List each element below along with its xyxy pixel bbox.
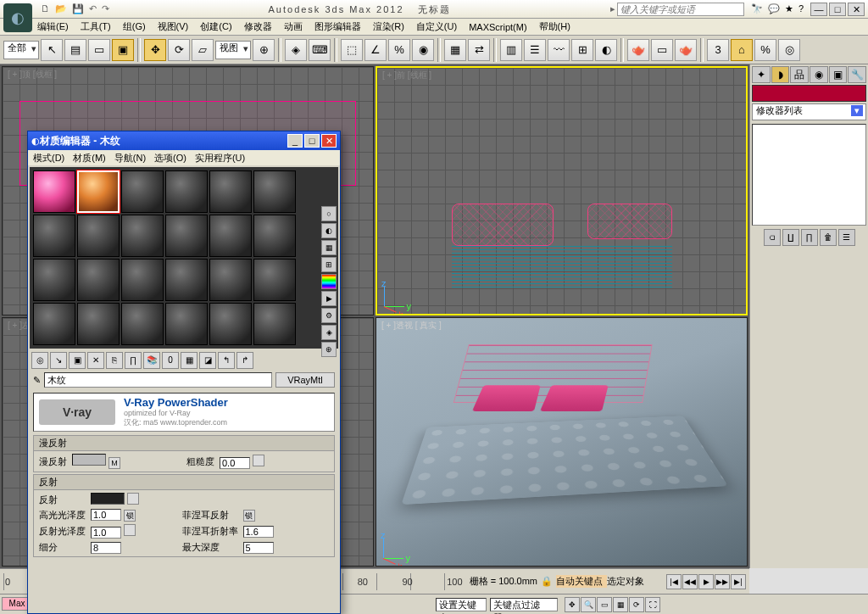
goto-end-icon[interactable]: ▶| [731,574,746,589]
qat-undo-icon[interactable]: ↶ [89,3,97,14]
nav-pan-icon[interactable]: ✥ [565,597,580,612]
uvtile-icon[interactable]: ⊞ [321,257,337,272]
tab-modify[interactable]: ◗ [771,66,790,83]
slot-2-selected[interactable] [77,170,120,213]
slot-16[interactable] [165,259,208,301]
go-parent-icon[interactable]: ↰ [218,352,235,369]
named-sel-icon[interactable]: ▦ [444,39,466,61]
diffuse-map-button[interactable]: M [108,457,120,469]
mat-menu-options[interactable]: 选项(O) [154,152,186,164]
show-map-icon[interactable]: ▦ [181,352,198,369]
menu-edit[interactable]: 编辑(E) [37,20,69,33]
assign-sel-icon[interactable]: ▣ [69,352,86,369]
roughness-spinner[interactable]: 0.0 [220,457,250,469]
dialog-max[interactable]: □ [304,134,320,148]
mat-menu-material[interactable]: 材质(M) [73,152,106,164]
menu-rendering[interactable]: 渲染(R) [373,20,404,33]
slot-3[interactable] [121,170,164,213]
sample-type-icon[interactable]: ○ [321,206,337,221]
ref-coord[interactable]: 视图 [215,41,251,59]
render-frame-icon[interactable]: ▭ [651,39,673,61]
slot-20[interactable] [77,303,120,345]
go-forward-icon[interactable]: ↱ [236,352,253,369]
material-type-button[interactable]: VRayMtl [275,372,335,388]
mat-menu-util[interactable]: 实用程序(U) [195,152,245,164]
slot-4[interactable] [165,170,208,213]
modifier-list[interactable]: 修改器列表 [752,103,866,120]
pick-icon[interactable]: ✎ [33,375,41,386]
layers-icon[interactable]: ☰ [524,39,546,61]
schematic-icon[interactable]: ⊞ [571,39,593,61]
prev-frame-icon[interactable]: ◀◀ [682,574,698,589]
slot-8[interactable] [77,215,120,257]
search-input[interactable] [617,3,744,16]
nav-max-icon[interactable]: ⛶ [645,597,660,612]
snap-icon[interactable]: ⬚ [341,39,363,61]
nav-fov-icon[interactable]: ▭ [597,597,612,612]
reflect-gloss-spinner[interactable]: 1.0 [91,527,121,539]
scale-icon[interactable]: ▱ [192,39,214,61]
mat-menu-modes[interactable]: 模式(D) [33,152,64,164]
mat-map-nav-icon[interactable]: ⊕ [321,342,337,357]
subdiv-spinner[interactable]: 8 [91,542,121,554]
angle-snap-icon[interactable]: ∠ [364,39,387,61]
slot-7[interactable] [33,215,75,257]
rotate-icon[interactable]: ⟳ [168,39,190,61]
put-to-scene-icon[interactable]: ↘ [50,352,67,369]
select-rect-icon[interactable]: ▭ [88,39,110,61]
hilight-gloss-spinner[interactable]: 1.0 [91,509,121,521]
mat-menu-nav[interactable]: 导航(N) [114,152,146,164]
selection-filter[interactable]: 全部 [3,41,39,59]
slot-22[interactable] [165,303,208,345]
show-end-icon[interactable]: ∐ [782,229,799,246]
nav-orbit-icon[interactable]: ⟳ [629,597,644,612]
slot-18[interactable] [253,259,296,301]
tab-utilities[interactable]: 🔧 [848,66,866,83]
select-icon[interactable]: ↖ [41,39,63,61]
select-window-icon[interactable]: ▣ [112,39,134,61]
slot-13[interactable] [33,259,75,301]
viewport-perspective[interactable]: [ + ]透视 [ 真实 ] [376,317,748,567]
maximize-button[interactable]: □ [829,3,846,16]
mirror-icon[interactable]: ⇄ [468,39,490,61]
menu-help[interactable]: 帮助(H) [539,20,570,33]
backlight-icon[interactable]: ◐ [321,223,337,238]
menu-maxscript[interactable]: MAXScript(M) [469,22,526,32]
app-logo[interactable]: ◐ [3,3,32,32]
play-icon[interactable]: ▶ [698,574,714,589]
video-check-icon[interactable] [321,274,337,289]
modifier-stack[interactable] [752,124,866,226]
tab-create[interactable]: ✦ [752,66,771,83]
mat-id-icon[interactable]: 0 [162,352,179,369]
tab-hierarchy[interactable]: 品 [790,66,809,83]
close-button[interactable]: ✕ [848,3,865,16]
snap-a-icon[interactable]: ⌂ [731,39,753,61]
pivot-icon[interactable]: ⊕ [253,39,275,61]
key-filter-button[interactable]: 关键点过滤器... [490,598,558,611]
menu-views[interactable]: 视图(V) [158,20,189,33]
dialog-min[interactable]: _ [287,134,303,148]
slot-12[interactable] [253,215,296,257]
show-end2-icon[interactable]: ◪ [199,352,216,369]
reflect-map[interactable] [127,493,139,505]
make-unique2-icon[interactable]: ∏ [125,352,142,369]
set-key-button[interactable]: 设置关键点 [436,598,487,611]
get-material-icon[interactable]: ◎ [31,352,48,369]
render-icon[interactable]: 🫖 [675,39,697,61]
help-icon[interactable]: ? [798,3,804,14]
slot-11[interactable] [209,215,252,257]
make-copy-icon[interactable]: ⎘ [106,352,123,369]
qat-open-icon[interactable]: 📂 [55,3,67,14]
maxdepth-spinner[interactable]: 5 [243,542,274,554]
put-to-lib-icon[interactable]: 📚 [143,352,160,369]
make-unique-icon[interactable]: ∏ [801,229,818,246]
nav-zoom-icon[interactable]: 🔍 [581,597,596,612]
slot-14[interactable] [77,259,120,301]
nav-zoomext-icon[interactable]: ▦ [613,597,628,612]
select-manip-icon[interactable]: ◈ [285,39,307,61]
material-editor-icon[interactable]: ◐ [595,39,617,61]
slot-1[interactable] [33,170,75,213]
menu-modifiers[interactable]: 修改器 [244,20,272,33]
slot-10[interactable] [165,215,208,257]
select-by-mat-icon[interactable]: ◈ [321,325,337,340]
